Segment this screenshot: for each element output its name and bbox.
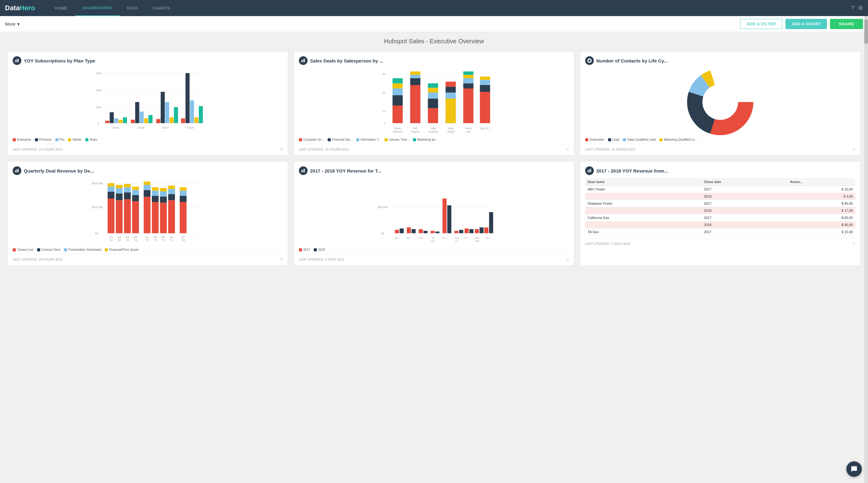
svg-rect-69 bbox=[463, 71, 473, 75]
svg-rect-168 bbox=[435, 232, 439, 234]
svg-point-85 bbox=[588, 59, 591, 62]
table-row: 2018 $ 17,00 bbox=[585, 207, 855, 214]
svg-rect-166 bbox=[424, 231, 428, 234]
chart-yoy-subscriptions: YOY Subscriptions by Plan Type 300 200 1… bbox=[7, 51, 288, 155]
svg-rect-29 bbox=[194, 118, 198, 123]
toolbar: More ▾ ADD A FILTER ADD A CHART SHARE bbox=[0, 16, 868, 32]
svg-text:Q4: Q4 bbox=[170, 236, 173, 239]
svg-rect-192 bbox=[589, 170, 590, 173]
svg-rect-120 bbox=[152, 202, 159, 233]
svg-rect-103 bbox=[107, 183, 114, 187]
chart-header: Number of Contacts by Life Cy... bbox=[585, 56, 855, 65]
svg-text:2018: 2018 bbox=[187, 126, 194, 129]
chart-menu-icon[interactable]: ≡ bbox=[852, 147, 855, 152]
svg-rect-114 bbox=[132, 190, 139, 195]
table-row: 2018 $ 90,00 bbox=[585, 221, 855, 229]
svg-rect-18 bbox=[140, 112, 144, 123]
svg-rect-161 bbox=[395, 230, 399, 233]
svg-rect-36 bbox=[303, 59, 304, 62]
svg-text:Will: Will bbox=[413, 127, 417, 130]
nav-dashboards[interactable]: DASHBOARDS bbox=[75, 0, 120, 16]
nav-charts[interactable]: CHARTS bbox=[145, 0, 178, 16]
svg-text:'16: '16 bbox=[126, 239, 129, 242]
nav-home[interactable]: HOME bbox=[48, 0, 75, 16]
chart-menu-icon[interactable]: ≡ bbox=[566, 256, 569, 262]
chart-title: Number of Contacts by Life Cy... bbox=[596, 58, 668, 63]
svg-rect-191 bbox=[588, 170, 589, 172]
add-chart-button[interactable]: ADD A CHART bbox=[785, 19, 827, 29]
deal-name: California Gas bbox=[585, 214, 702, 221]
svg-text:AB...: AB... bbox=[395, 237, 400, 239]
help-icon[interactable]: ? bbox=[851, 5, 855, 11]
more-button[interactable]: More ▾ bbox=[5, 21, 20, 27]
svg-text:0: 0 bbox=[383, 122, 385, 125]
svg-rect-121 bbox=[152, 196, 159, 202]
chart-menu-icon[interactable]: ≡ bbox=[280, 147, 283, 152]
svg-rect-68 bbox=[463, 75, 473, 78]
nav-data[interactable]: DATA bbox=[120, 0, 145, 16]
svg-rect-58 bbox=[428, 88, 438, 92]
svg-point-90 bbox=[703, 85, 737, 119]
svg-rect-176 bbox=[479, 228, 484, 234]
chart-title: Sales Deals by Salesperson by ... bbox=[310, 58, 383, 63]
svg-rect-28 bbox=[190, 100, 194, 123]
chart-header: Sales Deals by Salesperson by ... bbox=[299, 56, 569, 65]
deal-name bbox=[585, 193, 702, 200]
deal-name: TA Gas bbox=[585, 229, 702, 236]
svg-text:'17: '17 bbox=[162, 239, 165, 242]
svg-rect-2 bbox=[18, 59, 19, 62]
chart-header: 2017 - 2018 YOY Revenue from... bbox=[585, 167, 855, 175]
svg-text:10: 10 bbox=[382, 110, 386, 113]
svg-text:TA: TA bbox=[432, 237, 435, 239]
svg-rect-127 bbox=[160, 188, 167, 191]
table-row: TA Gas 2017 $ 15,00 bbox=[585, 229, 855, 236]
svg-rect-131 bbox=[168, 185, 175, 189]
svg-text:Co: Co bbox=[455, 240, 458, 242]
svg-text:2015: 2015 bbox=[112, 126, 119, 129]
logo: DataHero bbox=[5, 4, 35, 12]
chart-header: 2017 - 2018 YOY Revenue for T... bbox=[299, 167, 569, 175]
svg-rect-16 bbox=[131, 120, 135, 123]
svg-rect-92 bbox=[17, 170, 17, 173]
share-button[interactable]: SHARE bbox=[830, 19, 863, 29]
svg-rect-111 bbox=[124, 184, 131, 187]
svg-rect-21 bbox=[156, 119, 160, 123]
svg-text:Rogers: Rogers bbox=[411, 130, 420, 133]
svg-text:Q2: Q2 bbox=[118, 236, 121, 239]
chart-menu-icon[interactable]: ≡ bbox=[852, 241, 855, 246]
svg-text:Gas: Gas bbox=[431, 240, 435, 242]
add-filter-button[interactable]: ADD A FILTER bbox=[740, 19, 782, 29]
amount: $ 3,00 bbox=[787, 193, 855, 200]
svg-text:'18: '18 bbox=[182, 239, 185, 242]
svg-rect-178 bbox=[489, 212, 493, 233]
settings-icon[interactable]: ⚙ bbox=[858, 5, 863, 11]
svg-rect-91 bbox=[15, 170, 16, 172]
svg-rect-193 bbox=[590, 169, 591, 172]
scrollbar-track[interactable] bbox=[864, 16, 868, 273]
svg-text:ABC: ABC bbox=[475, 237, 480, 239]
svg-rect-24 bbox=[169, 118, 174, 123]
svg-rect-156 bbox=[304, 169, 305, 172]
last-updated: LAST UPDATED: 2 days ago bbox=[585, 242, 630, 245]
svg-rect-124 bbox=[160, 203, 167, 233]
close-date: 2017 bbox=[702, 229, 787, 236]
amount: $ 80,00 bbox=[787, 200, 855, 207]
svg-text:300: 300 bbox=[96, 71, 101, 75]
svg-text:Singh: Singh bbox=[447, 130, 455, 133]
scrollbar-thumb[interactable] bbox=[864, 19, 868, 44]
deal-name bbox=[585, 207, 702, 214]
svg-rect-134 bbox=[180, 191, 186, 196]
svg-rect-155 bbox=[303, 170, 304, 173]
svg-rect-126 bbox=[160, 191, 167, 197]
svg-rect-11 bbox=[105, 121, 110, 123]
svg-rect-57 bbox=[428, 92, 438, 99]
svg-text:Lee: Lee bbox=[466, 130, 471, 133]
chart-menu-icon[interactable]: ≡ bbox=[280, 256, 283, 262]
chart-menu-icon[interactable]: ≡ bbox=[566, 147, 569, 152]
svg-rect-1 bbox=[17, 59, 17, 62]
svg-rect-0 bbox=[15, 60, 16, 62]
svg-rect-162 bbox=[400, 229, 404, 233]
nav-links: HOME DASHBOARDS DATA CHARTS bbox=[48, 0, 851, 16]
svg-text:30: 30 bbox=[382, 72, 386, 76]
deal-name: ABC Power bbox=[585, 186, 702, 193]
